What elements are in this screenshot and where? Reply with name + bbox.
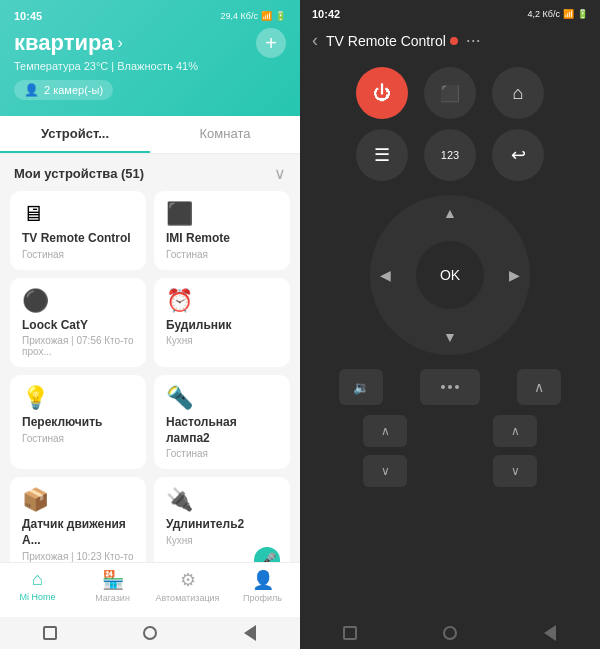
ok-button[interactable]: OK: [416, 241, 484, 309]
red-dot-indicator: [450, 37, 458, 45]
dpad-right-button[interactable]: ▶: [509, 267, 520, 283]
vol-up-button[interactable]: ∧: [363, 415, 407, 447]
nav-automation[interactable]: ⚙ Автоматизация: [150, 569, 225, 603]
device-sub-tv: Гостиная: [22, 249, 134, 260]
device-name-tv: TV Remote Control: [22, 231, 134, 247]
device-card-loock[interactable]: ⚫ Loock CatY Прихожая | 07:56 Кто-то про…: [10, 278, 146, 368]
collapse-icon[interactable]: ∨: [274, 164, 286, 183]
device-name-imi: IMI Remote: [166, 231, 278, 247]
device-card-tv-remote[interactable]: 🖥 TV Remote Control Гостиная: [10, 191, 146, 270]
mic-button[interactable]: 🎤: [254, 547, 280, 562]
title-dot-row: TV Remote Control: [326, 33, 458, 49]
nav-profile[interactable]: 👤 Профиль: [225, 569, 300, 603]
device-icon-loock: ⚫: [22, 288, 134, 314]
menu-button[interactable]: ☰: [356, 129, 408, 181]
device-card-sensor[interactable]: 📦 Датчик движения А... Прихожая | 10:23 …: [10, 477, 146, 562]
more-options-button[interactable]: ···: [466, 30, 481, 51]
vol-down-button[interactable]: 🔉: [339, 369, 383, 405]
dpad-down-button[interactable]: ▼: [443, 329, 457, 345]
ch-up-button[interactable]: ∧: [517, 369, 561, 405]
automation-label: Автоматизация: [156, 593, 220, 603]
battery-icon: 🔋: [275, 11, 286, 21]
back-button-right[interactable]: ‹: [312, 30, 318, 51]
device-name-lamp: Настольная лампа2: [166, 415, 278, 446]
automation-icon: ⚙: [180, 569, 196, 591]
device-sub-alarm: Кухня: [166, 335, 278, 346]
vol-ch-row: ∧ ∨ ∧ ∨: [300, 415, 600, 487]
power-button[interactable]: ⏻: [356, 67, 408, 119]
volume-group: ∧ ∨: [363, 415, 407, 487]
home-button-right[interactable]: [440, 623, 460, 643]
ch-up-btn2[interactable]: ∧: [493, 415, 537, 447]
system-bar-right: [300, 617, 600, 649]
device-icon-tv: 🖥: [22, 201, 134, 227]
right-panel: 10:42 4,2 Кб/с 📶 🔋 ‹ TV Remote Control ·…: [300, 0, 600, 649]
camera-count: 2 камер(-ы): [44, 84, 103, 96]
vol-down-icon: 🔉: [353, 380, 369, 395]
nav-shop[interactable]: 🏪 Магазин: [75, 569, 150, 603]
system-bar-left: [0, 617, 300, 649]
camera-icon: 👤: [24, 83, 39, 97]
device-name-alarm: Будильник: [166, 318, 278, 334]
device-name-sensor: Датчик движения А...: [22, 517, 134, 548]
device-icon-alarm: ⏰: [166, 288, 278, 314]
device-card-lamp[interactable]: 🔦 Настольная лампа2 Гостиная: [154, 375, 290, 469]
back-button-sys-right[interactable]: [540, 623, 560, 643]
add-button[interactable]: +: [256, 28, 286, 58]
recent-apps-button-right[interactable]: [340, 623, 360, 643]
device-card-alarm[interactable]: ⏰ Будильник Кухня: [154, 278, 290, 368]
back-button-left[interactable]: [240, 623, 260, 643]
profile-icon: 👤: [252, 569, 274, 591]
123-label: 123: [441, 149, 459, 161]
status-icons-left: 29,4 Кб/с 📶 🔋: [221, 11, 286, 21]
status-bar-right: 10:42 4,2 Кб/с 📶 🔋: [300, 0, 600, 24]
ok-label: OK: [440, 267, 460, 283]
devices-grid: 🖥 TV Remote Control Гостиная ⬛ IMI Remot…: [10, 191, 290, 562]
top-buttons-row: ⏻ ⬛ ⌂: [356, 67, 544, 119]
chevron-right-icon: ›: [118, 34, 123, 52]
device-sub-loock: Прихожая | 07:56 Кто-то прох...: [22, 335, 134, 357]
status-time-right: 10:42: [312, 8, 340, 20]
home-button[interactable]: [140, 623, 160, 643]
ch-down-button[interactable]: ∨: [493, 455, 537, 487]
device-card-strip[interactable]: 🔌 Удлинитель2 Кухня 🎤: [154, 477, 290, 562]
shop-icon: 🏪: [102, 569, 124, 591]
tab-room[interactable]: Комната: [150, 116, 300, 153]
mihome-icon: ⌂: [32, 569, 43, 590]
device-name-loock: Loock CatY: [22, 318, 134, 334]
home-icon: ⌂: [513, 83, 524, 104]
status-time-left: 10:45: [14, 10, 42, 22]
123-button[interactable]: 123: [424, 129, 476, 181]
vol-up-icon: ∧: [381, 424, 390, 438]
input-icon: ⬛: [440, 84, 460, 103]
device-name-switch: Переключить: [22, 415, 134, 431]
dpad-up-button[interactable]: ▲: [443, 205, 457, 221]
dpad-container: ▲ ▼ ◀ ▶ OK: [370, 195, 530, 355]
vol-down-btn2[interactable]: ∨: [363, 455, 407, 487]
home-title-row: квартира ›: [14, 30, 286, 56]
device-sub-lamp: Гостиная: [166, 448, 278, 459]
ch-up-icon2: ∧: [511, 424, 520, 438]
tab-devices[interactable]: Устройст...: [0, 116, 150, 153]
vol-down-icon2: ∨: [381, 464, 390, 478]
back-remote-button[interactable]: ↩: [492, 129, 544, 181]
nav-mihome[interactable]: ⌂ Mi Home: [0, 569, 75, 603]
device-sub-imi: Гостиная: [166, 249, 278, 260]
home-name: квартира: [14, 30, 114, 56]
camera-badge[interactable]: 👤 2 камер(-ы): [14, 80, 113, 100]
second-row-buttons: ☰ 123 ↩: [356, 129, 544, 181]
device-card-imi[interactable]: ⬛ IMI Remote Гостиная: [154, 191, 290, 270]
device-name-strip: Удлинитель2: [166, 517, 278, 533]
input-button[interactable]: ⬛: [424, 67, 476, 119]
device-icon-sensor: 📦: [22, 487, 134, 513]
dpad-left-button[interactable]: ◀: [380, 267, 391, 283]
ch-down-icon: ∨: [511, 464, 520, 478]
remote-header: ‹ TV Remote Control ···: [300, 24, 600, 59]
devices-header: Мои устройства (51) ∨: [10, 154, 290, 191]
recent-apps-button[interactable]: [40, 623, 60, 643]
more-options-dots-button[interactable]: [420, 369, 480, 405]
device-card-switch[interactable]: 💡 Переключить Гостиная: [10, 375, 146, 469]
profile-label: Профиль: [243, 593, 282, 603]
back-icon: ↩: [511, 144, 526, 166]
home-remote-button[interactable]: ⌂: [492, 67, 544, 119]
